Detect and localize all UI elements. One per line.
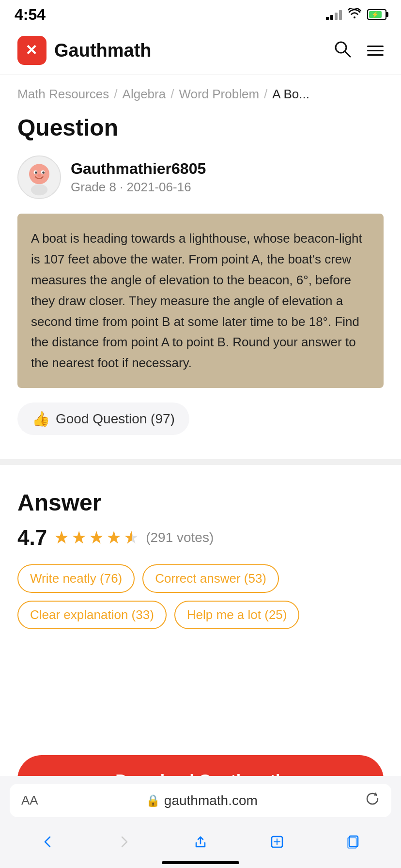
- home-indicator: [162, 861, 239, 864]
- breadcrumb-math-resources[interactable]: Math Resources: [17, 87, 109, 102]
- menu-line: [367, 54, 384, 56]
- browser-nav: [10, 827, 391, 858]
- battery-icon: ⚡: [367, 9, 386, 20]
- signal-icon: [326, 9, 342, 20]
- reload-button[interactable]: [365, 791, 380, 809]
- browser-url-bar: AA 🔒 gauthmath.com: [10, 784, 391, 817]
- user-name: Gauthmathier6805: [71, 160, 206, 178]
- question-image: A boat is heading towards a lighthouse, …: [17, 214, 384, 388]
- section-divider: [0, 459, 401, 465]
- star-4: ★: [106, 527, 122, 548]
- answer-section-title: Answer: [17, 489, 384, 516]
- tag-help-me-lot[interactable]: Help me a lot (25): [174, 601, 300, 629]
- question-text: A boat is heading towards a lighthouse, …: [31, 231, 362, 370]
- svg-line-2: [345, 51, 350, 57]
- main-content: Question Gauthmathier6805: [0, 109, 401, 450]
- user-details: Gauthmathier6805 Grade 8 · 2021-06-16: [71, 160, 206, 195]
- menu-line: [367, 50, 384, 51]
- app-logo-text: Gauthmath: [54, 40, 152, 61]
- tag-clear-explanation[interactable]: Clear explanation (33): [17, 601, 167, 629]
- avatar: [17, 155, 61, 199]
- rating-row: 4.7 ★ ★ ★ ★ ★ ★ (291 votes): [17, 526, 384, 550]
- star-5-half: ★ ★: [123, 527, 139, 548]
- breadcrumb-sep-3: /: [264, 87, 267, 102]
- url-text: gauthmath.com: [164, 793, 258, 808]
- forward-button[interactable]: [108, 831, 140, 856]
- breadcrumb-word-problem[interactable]: Word Problem: [179, 87, 259, 102]
- svg-point-10: [37, 174, 41, 177]
- status-bar: 4:54 ⚡: [0, 0, 401, 26]
- browser-bar: AA 🔒 gauthmath.com: [0, 776, 401, 868]
- good-question-button[interactable]: 👍 Good Question (97): [17, 403, 189, 435]
- logo-area: ✕ Gauthmath: [17, 36, 152, 65]
- tag-write-neatly[interactable]: Write neatly (76): [17, 564, 135, 593]
- bookmarks-button[interactable]: [261, 831, 293, 856]
- wifi-icon: [348, 8, 361, 21]
- svg-text:✕: ✕: [25, 42, 37, 58]
- header-actions: [333, 40, 384, 61]
- good-question-label: Good Question (97): [56, 411, 175, 427]
- breadcrumb-sep-1: /: [114, 87, 117, 102]
- back-button[interactable]: [31, 831, 64, 856]
- tabs-button[interactable]: [337, 831, 370, 856]
- tags-row: Write neatly (76) Correct answer (53): [17, 564, 384, 593]
- star-3: ★: [89, 527, 104, 548]
- browser-url-display: 🔒 gauthmath.com: [146, 793, 258, 808]
- font-size-control[interactable]: AA: [21, 793, 38, 808]
- menu-button[interactable]: [367, 46, 384, 56]
- star-2: ★: [71, 527, 87, 548]
- search-button[interactable]: [333, 40, 352, 61]
- svg-point-8: [42, 171, 45, 174]
- breadcrumb-algebra[interactable]: Algebra: [123, 87, 166, 102]
- tags-row-2: Clear explanation (33) Help me a lot (25…: [17, 601, 384, 629]
- share-button[interactable]: [184, 831, 217, 856]
- star-1: ★: [54, 527, 69, 548]
- lock-icon: 🔒: [146, 794, 160, 807]
- question-section-title: Question: [17, 114, 384, 141]
- svg-point-7: [35, 171, 37, 174]
- user-info: Gauthmathier6805 Grade 8 · 2021-06-16: [17, 155, 384, 199]
- rating-number: 4.7: [17, 526, 47, 550]
- votes-count: (291 votes): [146, 530, 214, 545]
- breadcrumb: Math Resources / Algebra / Word Problem …: [0, 75, 401, 109]
- user-meta: Grade 8 · 2021-06-16: [71, 180, 206, 195]
- header: ✕ Gauthmath: [0, 26, 401, 75]
- thumbs-up-icon: 👍: [32, 410, 50, 427]
- svg-point-4: [29, 164, 49, 184]
- svg-point-9: [31, 184, 47, 195]
- breadcrumb-current: A Bo...: [272, 87, 309, 102]
- tag-correct-answer[interactable]: Correct answer (53): [142, 564, 279, 593]
- stars: ★ ★ ★ ★ ★ ★: [54, 527, 139, 548]
- breadcrumb-sep-2: /: [170, 87, 174, 102]
- status-icons: ⚡: [326, 8, 386, 21]
- app-logo-icon: ✕: [17, 36, 46, 65]
- status-time: 4:54: [15, 6, 46, 24]
- answer-section: Answer 4.7 ★ ★ ★ ★ ★ ★ (291 votes) Write…: [0, 475, 401, 647]
- menu-line: [367, 46, 384, 47]
